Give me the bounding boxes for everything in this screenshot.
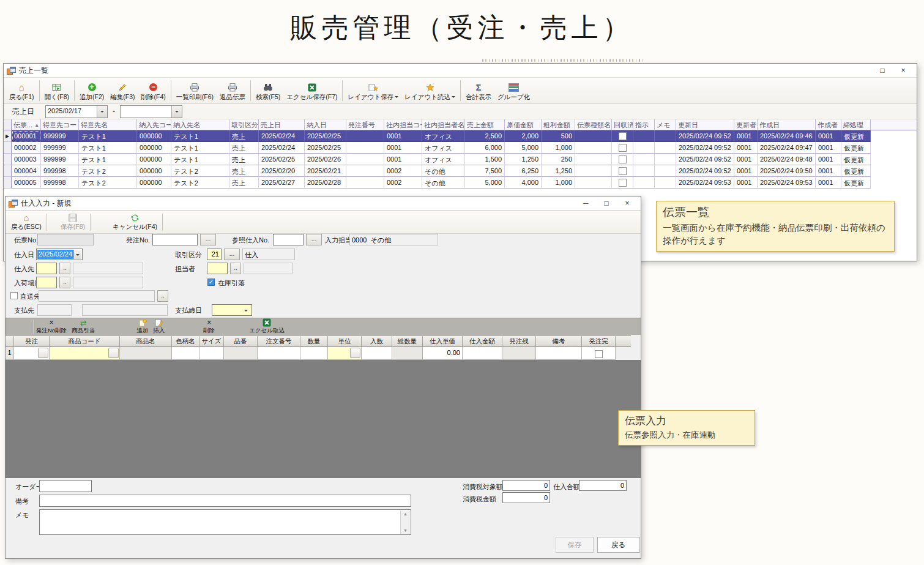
cell[interactable]	[300, 347, 328, 360]
purchase-entry-titlebar[interactable]: 仕入入力 - 新規 ─ □ ×	[6, 196, 641, 211]
column-header[interactable]: 得意先コード	[41, 119, 79, 130]
chevron-down-icon[interactable]	[73, 250, 81, 259]
hatchu-no-input[interactable]	[152, 234, 198, 245]
column-header[interactable]: 商品名	[120, 335, 172, 347]
toolbar-print-button[interactable]: 返品伝票	[217, 79, 248, 102]
cell[interactable]	[50, 347, 120, 360]
toolbar-delete-button[interactable]: −削除(F4)	[138, 79, 169, 102]
column-header[interactable]: 社内担当者名	[422, 119, 465, 130]
column-header[interactable]: 得意先名	[79, 119, 137, 130]
current-row-icon[interactable]: ▶	[4, 130, 12, 142]
collected-checkbox[interactable]	[619, 155, 627, 163]
column-header[interactable]: 品番	[224, 335, 258, 347]
column-header[interactable]: 伝票種類名	[575, 119, 612, 130]
column-header[interactable]: 発注番号	[346, 119, 384, 130]
table-row[interactable]: 000003999999テスト1000000テスト1売上2025/02/2520…	[4, 154, 871, 165]
chevron-down-icon[interactable]	[452, 96, 455, 100]
column-header[interactable]: 更新日	[676, 119, 734, 130]
cell[interactable]	[463, 347, 502, 360]
chevron-down-icon[interactable]	[171, 106, 182, 118]
maximize-button[interactable]: □	[872, 64, 893, 77]
column-header[interactable]: 取引区分	[229, 119, 259, 130]
scroll-up-icon[interactable]: ▲	[403, 512, 408, 516]
cell[interactable]	[362, 347, 392, 360]
column-header[interactable]: 発注	[14, 335, 50, 347]
date-from-combo[interactable]: 2025/02/17	[45, 105, 108, 118]
tantosha-browse-button[interactable]: ..	[230, 263, 241, 274]
browse-mini-button[interactable]	[38, 348, 48, 358]
chevron-down-icon[interactable]	[97, 106, 107, 118]
cell[interactable]	[258, 347, 300, 360]
cell[interactable]	[199, 347, 224, 360]
column-header[interactable]: 更新者	[734, 119, 758, 130]
column-header[interactable]: 発注完	[582, 335, 616, 347]
collected-checkbox[interactable]	[619, 179, 627, 187]
order-complete-checkbox[interactable]	[595, 350, 603, 358]
column-header[interactable]: 社内担当コード	[384, 119, 422, 130]
table-row[interactable]: 000002999999テスト1000000テスト1売上2025/02/2420…	[4, 142, 871, 154]
column-header[interactable]: 単位	[328, 335, 362, 347]
tantosha-code-input[interactable]	[207, 263, 228, 274]
detail-toolbar-excel-button-5[interactable]: エクセル取込	[247, 318, 287, 335]
chokuso-browse-button[interactable]: ..	[157, 290, 168, 302]
row-selector[interactable]	[4, 142, 12, 154]
toolbar-group-button[interactable]: グループ化	[494, 79, 533, 102]
column-header[interactable]: 仕入金額	[463, 335, 502, 347]
zaiko-hikiotoshi-checkbox[interactable]: ✓	[207, 279, 215, 286]
toolbar-print-button[interactable]: 一覧印刷(F6)	[173, 79, 217, 102]
toolbar-open-button[interactable]: 開く(F8)	[42, 79, 73, 102]
cell[interactable]	[582, 347, 616, 360]
table-row[interactable]: ▶000001999999テスト1000000テスト1売上2025/02/242…	[4, 130, 871, 142]
row-selector[interactable]	[4, 154, 12, 165]
sansho-browse-button[interactable]: ...	[306, 234, 322, 245]
column-header[interactable]: 指示	[633, 119, 655, 130]
collected-checkbox[interactable]	[619, 167, 627, 175]
shime-date-combo[interactable]	[212, 304, 252, 316]
browse-mini-button[interactable]	[108, 348, 119, 358]
row-selector[interactable]	[4, 165, 12, 177]
browse-mini-button[interactable]	[350, 348, 360, 358]
toolbar-excel-button[interactable]: エクセル保存(F7)	[283, 79, 340, 102]
detail-toolbar-add-page-button-2[interactable]: 追加	[134, 318, 151, 335]
toolbar-search-button[interactable]: 検索(F5)	[253, 79, 283, 102]
column-header[interactable]: 売上金額	[465, 119, 505, 130]
detail-toolbar-swap-button-1[interactable]: ⇄商品引当	[69, 318, 97, 335]
column-header[interactable]: 作成者	[816, 119, 841, 130]
collected-checkbox[interactable]	[619, 132, 627, 140]
memo-textarea[interactable]: ▲▼	[39, 509, 411, 535]
column-header[interactable]: 粗利金額	[542, 119, 575, 130]
chevron-down-icon[interactable]	[241, 305, 251, 315]
column-header[interactable]: 数量	[300, 335, 328, 347]
column-header[interactable]: 納入日	[305, 119, 346, 130]
shiiresaki-browse-button[interactable]: ..	[59, 263, 70, 274]
column-header[interactable]: サイズ	[199, 335, 224, 347]
column-header[interactable]: 色柄名	[172, 335, 199, 347]
maximize-button[interactable]: □	[596, 196, 617, 210]
detail-row[interactable]: 10.00	[6, 347, 616, 360]
detail-toolbar-x-button-0[interactable]: ×発注No削除	[34, 318, 69, 335]
close-button[interactable]: ×	[893, 64, 914, 77]
hatchu-browse-button[interactable]: ...	[200, 234, 216, 245]
scroll-down-icon[interactable]: ▼	[403, 528, 408, 533]
column-header[interactable]: 締処理	[841, 119, 871, 130]
column-header[interactable]: 回収済	[612, 119, 633, 130]
minimize-button[interactable]: ─	[575, 196, 596, 210]
chokuso-checkbox[interactable]	[10, 292, 18, 299]
biko-input[interactable]	[39, 495, 411, 507]
cell[interactable]	[172, 347, 199, 360]
torihiki-browse-button[interactable]: ...	[224, 249, 240, 260]
column-header[interactable]: 総数量	[392, 335, 423, 347]
toolbar-layout-save-button[interactable]: レイアウト保存	[345, 79, 401, 102]
shiire-date-combo[interactable]: 2025/02/24	[36, 249, 83, 260]
toolbar-layout-load-button[interactable]: レイアウト読込	[401, 79, 458, 102]
column-header[interactable]: 伝票...▲	[12, 119, 41, 130]
sales-list-titlebar[interactable]: 売上一覧 □ ×	[4, 64, 917, 77]
column-header[interactable]: 売上日	[259, 119, 305, 130]
row-selector[interactable]	[4, 177, 12, 189]
scrollbar[interactable]: ▲▼	[400, 511, 410, 534]
cell[interactable]	[14, 347, 50, 360]
column-header[interactable]: 注文番号	[258, 335, 300, 347]
cell[interactable]: 0.00	[423, 347, 463, 360]
column-header[interactable]: 発注残	[502, 335, 536, 347]
column-header[interactable]: 備考	[536, 335, 582, 347]
